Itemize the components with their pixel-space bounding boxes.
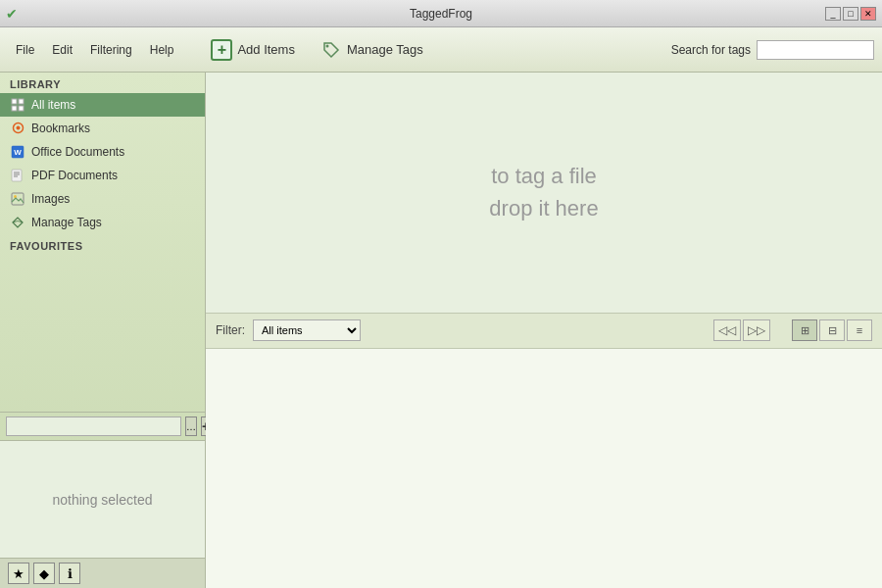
- list-icon: ≡: [857, 324, 862, 336]
- next-icon: ▷▷: [748, 323, 765, 337]
- info-icon: ℹ: [68, 566, 73, 581]
- view-list-button[interactable]: ≡: [847, 319, 872, 341]
- drop-zone[interactable]: to tag a file drop it here: [206, 73, 882, 314]
- menu-file[interactable]: File: [8, 39, 42, 61]
- drop-zone-text: to tag a file drop it here: [489, 160, 598, 224]
- nav-buttons: ◁◁ ▷▷: [713, 319, 770, 341]
- sidebar-item-all-items[interactable]: All items: [0, 93, 205, 117]
- manage-tags-sidebar-icon: [10, 215, 25, 230]
- star-icon: ★: [13, 566, 24, 581]
- search-area: Search for tags: [671, 40, 874, 60]
- svg-rect-4: [19, 106, 24, 111]
- nothing-selected-panel: nothing selected: [0, 440, 205, 558]
- search-input[interactable]: [757, 40, 874, 60]
- menu-items: File Edit Filtering Help: [8, 39, 181, 61]
- menu-filtering[interactable]: Filtering: [82, 39, 140, 61]
- maximize-button[interactable]: □: [843, 7, 858, 21]
- prev-icon: ◁◁: [718, 323, 736, 337]
- search-label: Search for tags: [671, 43, 751, 57]
- pdf-docs-icon: [10, 168, 25, 183]
- sidebar-item-bookmarks[interactable]: Bookmarks: [0, 117, 205, 140]
- menu-bar: File Edit Filtering Help + Add Items Man…: [0, 27, 882, 73]
- add-items-icon: +: [211, 39, 232, 61]
- svg-point-0: [325, 44, 328, 47]
- filter-bar: Filter: All items ◁◁ ▷▷ ⊞ ⊟: [206, 314, 882, 349]
- main-container: LIBRARY All items Bookmarks: [0, 73, 882, 588]
- sidebar-label-pdf-docs: PDF Documents: [31, 169, 118, 182]
- info-button[interactable]: ℹ: [59, 563, 80, 584]
- view-grid-small-button[interactable]: ⊟: [819, 319, 845, 341]
- sidebar-search-bar: … +: [0, 412, 205, 440]
- menu-edit[interactable]: Edit: [44, 39, 80, 61]
- close-button[interactable]: ✕: [860, 7, 876, 21]
- prev-button[interactable]: ◁◁: [713, 319, 741, 341]
- svg-point-14: [14, 195, 17, 198]
- sidebar-label-all-items: All items: [31, 98, 75, 112]
- tag-button[interactable]: ◆: [33, 563, 55, 584]
- sidebar-label-images: Images: [31, 192, 70, 206]
- manage-tags-label: Manage Tags: [347, 42, 423, 57]
- svg-text:W: W: [14, 148, 22, 157]
- bookmarks-icon: [10, 121, 25, 136]
- all-items-icon: [10, 97, 25, 113]
- sidebar-bottom-icons: ★ ◆ ℹ: [0, 558, 205, 588]
- svg-rect-3: [12, 106, 17, 111]
- sidebar-item-pdf-docs[interactable]: PDF Documents: [0, 164, 205, 187]
- filter-label: Filter:: [216, 323, 245, 337]
- app-icon: ✔: [6, 6, 18, 22]
- sidebar-label-bookmarks: Bookmarks: [31, 122, 90, 135]
- filter-select[interactable]: All items: [253, 319, 361, 341]
- svg-point-6: [16, 126, 20, 130]
- drop-line2: drop it here: [489, 192, 598, 224]
- next-button[interactable]: ▷▷: [743, 319, 770, 341]
- grid-large-icon: ⊞: [801, 324, 809, 337]
- office-docs-icon: W: [10, 144, 25, 160]
- svg-rect-9: [12, 170, 22, 181]
- sidebar-label-office-docs: Office Documents: [31, 145, 124, 159]
- library-title: LIBRARY: [0, 73, 205, 93]
- sidebar-spacer: [0, 255, 205, 412]
- nothing-selected-text: nothing selected: [53, 492, 153, 508]
- sidebar-item-office-docs[interactable]: W Office Documents: [0, 140, 205, 164]
- favourites-title: FAVOURITES: [0, 234, 205, 255]
- diamond-icon: ◆: [39, 566, 49, 581]
- sidebar-item-manage-tags[interactable]: Manage Tags: [0, 211, 205, 234]
- grid-small-icon: ⊟: [828, 324, 837, 337]
- window-controls[interactable]: _ □ ✕: [825, 7, 876, 21]
- svg-rect-2: [19, 99, 24, 104]
- sidebar-search-button[interactable]: …: [185, 416, 197, 436]
- images-icon: [10, 191, 25, 207]
- dots-icon: …: [186, 421, 196, 432]
- minimize-button[interactable]: _: [825, 7, 841, 21]
- star-button[interactable]: ★: [8, 563, 29, 584]
- items-area: [206, 349, 882, 589]
- manage-tags-icon: [320, 39, 342, 61]
- sidebar-item-images[interactable]: Images: [0, 187, 205, 211]
- drop-line1: to tag a file: [489, 160, 598, 192]
- view-grid-large-button[interactable]: ⊞: [792, 319, 817, 341]
- title-bar: ✔ TaggedFrog _ □ ✕: [0, 0, 882, 27]
- manage-tags-button[interactable]: Manage Tags: [311, 35, 433, 65]
- view-buttons: ⊞ ⊟ ≡: [792, 319, 872, 341]
- title-bar-left: ✔: [6, 6, 18, 22]
- content-area: to tag a file drop it here Filter: All i…: [206, 73, 882, 588]
- sidebar-search-input[interactable]: [6, 416, 181, 436]
- add-items-label: Add Items: [237, 42, 295, 57]
- window-title: TaggedFrog: [410, 7, 472, 21]
- sidebar: LIBRARY All items Bookmarks: [0, 73, 206, 588]
- menu-help[interactable]: Help: [142, 39, 182, 61]
- svg-rect-1: [12, 99, 17, 104]
- svg-rect-13: [12, 193, 24, 205]
- add-items-button[interactable]: + Add Items: [201, 35, 305, 65]
- sidebar-label-manage-tags: Manage Tags: [31, 216, 102, 229]
